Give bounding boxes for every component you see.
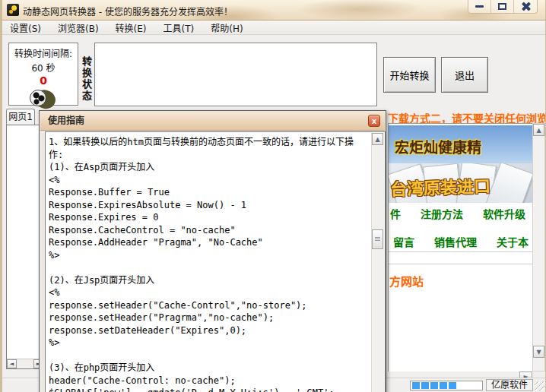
guide-line [49,349,368,362]
maximize-icon [498,3,506,10]
scroll-left-icon[interactable]: ◄ [7,359,17,368]
guide-line: (1)、在Asp页面开头加入 [49,161,368,174]
guide-line: 作: [49,149,368,162]
guide-line: 1、如果转换以后的htm页面与转换前的动态页面不一致的话，请进行以下操 [49,136,368,149]
pending-count: 0 [9,74,78,87]
preview-nav-row2: 留言销售代理关于本 [393,234,532,249]
progress-segment [421,382,429,389]
window-title: 动静态网页转换器 - 使您的服务器充分发挥高效率！ [23,5,233,17]
guide-line: Response.CacheControl = "no-cache" [49,224,368,237]
dialog-vscrollbar[interactable]: ▲ [371,133,384,392]
guide-line: header("Cache-Control: no-cache"); [49,375,368,387]
guide-line: %> [49,337,368,349]
guide-line [49,261,368,274]
close-icon [521,2,531,11]
nav-link[interactable]: 留言 [393,236,414,248]
divider [389,264,532,264]
guide-line: %> [49,249,368,262]
scroll-up-icon[interactable]: ▲ [372,133,383,145]
dialog-title-bar[interactable]: 使用指南 x [40,112,385,131]
banner-subtitle: 台湾原装进口 [389,172,490,201]
menu-tools[interactable]: 工具(T) [156,20,204,36]
web-preview: 宏炬灿健康精 台湾原装进口 件注册方法软件升级 留言销售代理关于本 方网站 [388,123,532,371]
preview-nav-row1: 件注册方法软件升级 [390,206,532,221]
guide-text: 1、如果转换以后的htm页面与转换前的动态页面不一致的话，请进行以下操 作: (… [49,136,368,392]
divider [389,251,532,252]
exit-button[interactable]: 退出 [441,57,488,93]
brand-label: 亿原软件 [486,379,533,391]
listbox-hscrollbar[interactable]: ◄ ► [7,359,43,368]
conversion-status-label: 转换状态 [80,56,92,111]
nav-link[interactable]: 件 [390,208,401,220]
menu-settings[interactable]: 设置(S) [2,20,50,36]
progress-bar [410,381,483,390]
preview-vscrollbar[interactable]: ▲ ▼ [532,123,545,371]
football-ball [30,90,46,106]
scroll-up-icon[interactable]: ▲ [533,124,544,136]
guide-line: response.setHeader("Pragrma","no-cache")… [49,311,368,324]
usage-guide-dialog: 使用指南 x 1、如果转换以后的htm页面与转换前的动态页面不一致的话，请进行以… [39,110,386,392]
app-window: 动静态网页转换器 - 使您的服务器充分发挥高效率！ 设置(S) 浏览器(B) 转… [0,0,546,392]
nav-link[interactable]: 销售代理 [434,236,477,248]
menu-browser[interactable]: 浏览器(B) [50,20,108,36]
guide-line: (2)、在Jsp页面开头加入 [49,274,368,287]
banner-title: 宏炬灿健康精 [395,136,481,156]
dialog-title: 使用指南 [48,115,84,126]
dialog-content: 1、如果转换以后的htm页面与转换前的动态页面不一致的话，请进行以下操 作: (… [45,131,386,392]
nav-link[interactable]: 软件升级 [483,208,525,220]
menu-help[interactable]: 帮助(H) [203,20,252,36]
scrollbar-thumb[interactable] [372,229,383,249]
official-site-link[interactable]: 方网站 [389,273,424,289]
preview-banner: 宏炬灿健康精 [389,125,532,163]
progress-segment [412,382,420,389]
app-icon [7,4,19,16]
thumb-grip-icon [375,237,380,242]
guide-line: Response.AddHeader "Pragma", "No-Cache" [49,236,368,249]
guide-line: <% [49,174,368,187]
tab-page1[interactable]: 网页1 [6,109,35,125]
nav-link[interactable]: 注册方法 [421,208,463,220]
guide-line: response.setDateHeader("Expires",0); [49,324,368,337]
progress-segment [449,382,456,389]
football-icon [28,88,59,109]
start-conversion-button[interactable]: 开始转换 [383,57,436,93]
maximize-button[interactable] [491,0,514,13]
interval-value: 60 秒 [9,61,78,74]
guide-line: Response.Buffer = True [49,186,368,199]
guide-line: (3)、在php页面开头加入 [49,362,368,375]
nav-link[interactable]: 关于本 [497,236,529,248]
window-controls [468,0,538,14]
title-bar: 动静态网页转换器 - 使您的服务器充分发挥高效率！ [2,0,546,21]
guide-line: Response.Expires = 0 [49,211,368,224]
menu-convert[interactable]: 转换(E) [108,20,156,36]
product-image: 台湾原装进口 [389,163,532,203]
guide-line: response.setHeader("Cache-Control","no-s… [49,299,368,312]
guide-line: <% [49,286,368,299]
progress-segment [430,382,438,389]
interval-label: 转换时间间隔: [9,46,78,59]
guide-line: $GLOBALS['now'] = gmdate('D, d M Y H:i:s… [49,387,368,392]
progress-segment [440,382,447,389]
scroll-down-icon[interactable]: ▼ [533,346,544,358]
guide-line: Response.ExpiresAbsolute = Now() - 1 [49,199,368,212]
conversion-status-box [94,43,377,106]
resize-grip[interactable] [535,381,544,391]
minimize-icon [475,5,484,8]
menu-bar: 设置(S) 浏览器(B) 转换(E) 工具(T) 帮助(H) [2,21,546,35]
close-button[interactable] [514,0,537,13]
interval-panel: 转换时间间隔: 60 秒 0 [8,43,78,106]
minimize-button[interactable] [468,0,491,13]
dialog-close-button[interactable]: x [368,115,380,127]
